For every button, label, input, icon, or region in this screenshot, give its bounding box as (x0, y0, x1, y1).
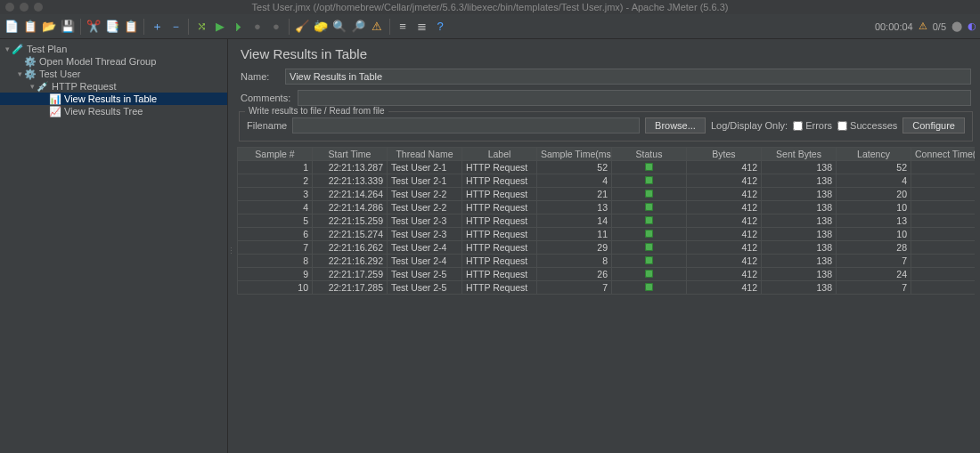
stop-icon[interactable]: ● (249, 19, 265, 35)
tree-pane[interactable]: ▾ 🧪 Test Plan ⚙️ Open Model Thread Group… (0, 39, 228, 453)
cell: 14 (537, 214, 612, 228)
cell: 2 (911, 241, 976, 255)
column-header[interactable]: Thread Name (388, 148, 462, 161)
comments-input[interactable] (298, 90, 971, 106)
pane-divider[interactable] (228, 39, 232, 453)
cell: 4 (837, 174, 911, 188)
table-row[interactable]: 422:21:14.286Test User 2-2HTTP Request13… (238, 201, 976, 214)
tree-test-user[interactable]: ▾ ⚙️ Test User (0, 68, 227, 80)
search-icon[interactable]: 🔍 (331, 19, 347, 35)
column-header[interactable]: Connect Time(ms) (911, 148, 976, 161)
column-header[interactable]: Sent Bytes (762, 148, 837, 161)
successes-checkbox[interactable]: Successes (837, 120, 897, 131)
cell: 5 (238, 214, 313, 228)
column-header[interactable]: Status (612, 148, 687, 161)
column-header[interactable]: Latency (837, 148, 911, 161)
tree-label: Open Model Thread Group (39, 56, 156, 67)
content-panel: View Results in Table Name: Comments: Wr… (232, 39, 980, 453)
cell: 13 (837, 214, 911, 228)
browse-button[interactable]: Browse... (645, 117, 706, 133)
help-icon[interactable]: ? (432, 19, 448, 35)
tree-http-request[interactable]: ▾ 💉 HTTP Request (0, 80, 227, 93)
paste-icon[interactable]: 📋 (123, 19, 139, 35)
chevron-down-icon[interactable]: ▾ (29, 82, 37, 91)
table-row[interactable]: 822:21:16.292Test User 2-4HTTP Request84… (238, 255, 976, 268)
table-row[interactable]: 722:21:16.262Test User 2-4HTTP Request29… (238, 241, 976, 255)
zoom-window-icon[interactable] (34, 3, 43, 12)
cell: 138 (762, 255, 837, 268)
cell: HTTP Request (462, 214, 537, 228)
table-row[interactable]: 322:21:14.264Test User 2-2HTTP Request21… (238, 188, 976, 201)
templates-icon[interactable]: 📋 (22, 19, 38, 35)
clear-icon[interactable]: 🧹 (294, 19, 310, 35)
table-row[interactable]: 222:21:13.339Test User 2-1HTTP Request44… (238, 174, 976, 188)
cell: 412 (687, 161, 762, 174)
filename-input[interactable] (292, 117, 640, 133)
close-window-icon[interactable] (5, 3, 14, 12)
table-row[interactable]: 122:21:13.287Test User 2-1HTTP Request52… (238, 161, 976, 174)
cell: 412 (687, 201, 762, 214)
cell: 10 (837, 201, 911, 214)
name-input[interactable] (285, 69, 971, 85)
success-icon (645, 190, 653, 198)
reset-search-icon[interactable]: 🔎 (350, 19, 366, 35)
tree-label: Test Plan (27, 44, 67, 54)
column-header[interactable]: Bytes (687, 148, 762, 161)
flask-icon: 🧪 (12, 43, 24, 55)
warning-icon[interactable]: ⚠ (919, 20, 927, 32)
cell: Test User 2-5 (388, 268, 462, 281)
run-indicator-icon: ⬤ (951, 20, 962, 32)
results-table-wrap[interactable]: Sample #Start TimeThread NameLabelSample… (237, 147, 975, 453)
minimize-window-icon[interactable] (20, 3, 29, 12)
function-helper-icon[interactable]: ⚠ (369, 19, 385, 35)
cell: 22:21:16.262 (313, 241, 388, 255)
cell: 412 (687, 255, 762, 268)
tree-view-results-tree[interactable]: 📈 View Results Tree (0, 105, 227, 117)
cell: HTTP Request (462, 281, 537, 295)
cell: 20 (837, 188, 911, 201)
column-header[interactable]: Sample # (238, 148, 313, 161)
cell: 26 (537, 268, 612, 281)
cell: 412 (687, 241, 762, 255)
cell: 29 (537, 241, 612, 255)
expand-icon[interactable]: ≡ (395, 19, 411, 35)
toggle-icon[interactable]: ⤭ (193, 19, 209, 35)
comments-label: Comments: (241, 93, 290, 103)
plus-icon[interactable]: ＋ (149, 19, 165, 35)
chevron-down-icon[interactable]: ▾ (4, 44, 12, 53)
configure-button[interactable]: Configure (902, 117, 965, 133)
table-row[interactable]: 1022:21:17.285Test User 2-5HTTP Request7… (238, 281, 976, 295)
cell: 138 (762, 281, 837, 295)
cell: 412 (687, 188, 762, 201)
copy-icon[interactable]: 📑 (104, 19, 120, 35)
cell: 138 (762, 174, 837, 188)
tree-open-model-thread-group[interactable]: ⚙️ Open Model Thread Group (0, 55, 227, 68)
minus-icon[interactable]: － (167, 19, 184, 35)
table-row[interactable]: 622:21:15.274Test User 2-3HTTP Request11… (238, 228, 976, 241)
cell: 21 (537, 188, 612, 201)
tree-view-results-table[interactable]: 📊 View Results in Table (0, 93, 227, 105)
start-icon[interactable]: ▶ (212, 19, 228, 35)
column-header[interactable]: Sample Time(ms) (537, 148, 612, 161)
tree-test-plan[interactable]: ▾ 🧪 Test Plan (0, 43, 227, 55)
table-row[interactable]: 522:21:15.259Test User 2-3HTTP Request14… (238, 214, 976, 228)
open-icon[interactable]: 📂 (41, 19, 57, 35)
status-cell (612, 214, 687, 228)
new-icon[interactable]: 📄 (4, 19, 20, 35)
shutdown-icon[interactable]: ● (268, 19, 284, 35)
column-header[interactable]: Start Time (313, 148, 388, 161)
theme-icon[interactable]: ◐ (968, 20, 976, 32)
save-icon[interactable]: 💾 (60, 19, 76, 35)
table-row[interactable]: 922:21:17.259Test User 2-5HTTP Request26… (238, 268, 976, 281)
tree-label: HTTP Request (52, 81, 117, 92)
cell: 412 (687, 214, 762, 228)
start-no-timers-icon[interactable]: ⏵ (231, 19, 247, 35)
collapse-icon[interactable]: ≣ (413, 19, 429, 35)
cell: 1 (911, 188, 976, 201)
chevron-down-icon[interactable]: ▾ (16, 69, 24, 78)
cell: 0 (911, 281, 976, 295)
cut-icon[interactable]: ✂️ (86, 19, 102, 35)
clear-all-icon[interactable]: 🧽 (313, 19, 329, 35)
column-header[interactable]: Label (462, 148, 537, 161)
errors-checkbox[interactable]: Errors (793, 120, 832, 131)
